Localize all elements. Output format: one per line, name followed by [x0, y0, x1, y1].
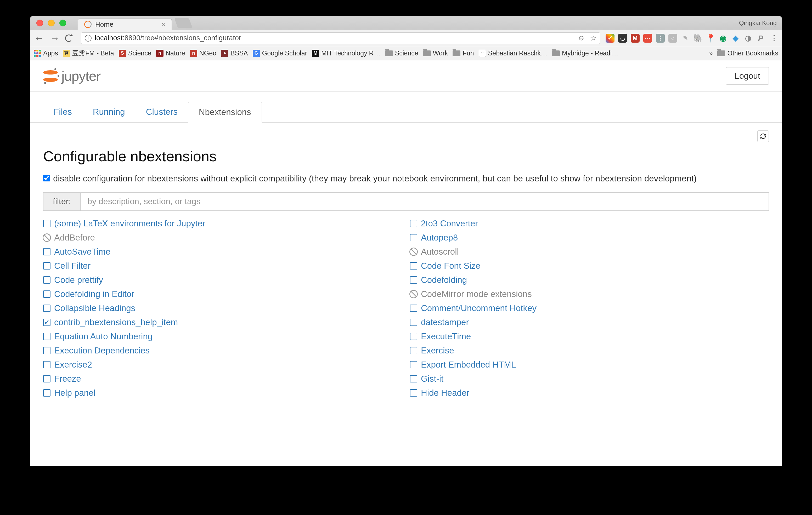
extension-item[interactable]: Help panel: [43, 388, 402, 398]
extension-icon[interactable]: ✎: [681, 34, 690, 42]
extension-item[interactable]: Gist-it: [410, 374, 769, 384]
extension-icon[interactable]: ○: [668, 34, 677, 42]
evernote-icon[interactable]: 🐘: [694, 34, 702, 42]
extension-item[interactable]: 2to3 Converter: [410, 218, 769, 229]
bookmark-overflow-button[interactable]: »: [709, 50, 713, 57]
extension-icon[interactable]: ◑: [744, 34, 753, 42]
tab-running[interactable]: Running: [82, 102, 136, 122]
extension-label: AutoSaveTime: [54, 247, 110, 257]
minimize-window-button[interactable]: [48, 20, 55, 26]
zoom-icon[interactable]: ⊖: [578, 34, 584, 42]
bookmark-item[interactable]: Mybridge - Readi…: [552, 49, 618, 58]
extension-item[interactable]: ExecuteTime: [410, 332, 769, 341]
bookmark-item[interactable]: ●BSSA: [221, 49, 248, 58]
bookmark-item[interactable]: Work: [423, 49, 448, 58]
extension-icon[interactable]: ⋮: [656, 34, 665, 42]
apps-label: Apps: [43, 50, 58, 57]
page-content: jupyter Logout FilesRunningClustersNbext…: [30, 60, 782, 466]
bookmark-favicon-icon: S: [119, 50, 126, 57]
tab-files[interactable]: Files: [43, 102, 82, 122]
extension-item[interactable]: (some) LaTeX environments for Jupyter: [43, 218, 402, 229]
extension-icon[interactable]: ◆: [731, 34, 740, 42]
bookmark-item[interactable]: ~Sebastian Raschk…: [479, 49, 548, 58]
jupyter-logo[interactable]: jupyter: [43, 68, 100, 84]
browser-tab[interactable]: Home ×: [78, 19, 172, 30]
extension-item[interactable]: Equation Auto Numbering: [43, 332, 402, 341]
maximize-window-button[interactable]: [59, 20, 66, 26]
pocket-icon[interactable]: ◡: [618, 34, 627, 42]
extension-item[interactable]: Autoscroll: [410, 247, 769, 257]
bookmark-label: Science: [395, 50, 418, 57]
extension-label: Autoscroll: [421, 247, 459, 257]
extension-item[interactable]: Execution Dependencies: [43, 345, 402, 356]
bookmark-item[interactable]: MMIT Technology R…: [312, 49, 380, 58]
omnibox[interactable]: i localhost:8890/tree#nbextensions_confi…: [81, 32, 600, 44]
extension-item[interactable]: Comment/Uncomment Hotkey: [410, 303, 769, 313]
extensions-grid: (some) LaTeX environments for Jupyter2to…: [43, 218, 769, 398]
extension-item[interactable]: Export Embedded HTML: [410, 360, 769, 370]
extension-icon[interactable]: P: [756, 34, 765, 42]
apps-button[interactable]: Apps: [34, 50, 58, 57]
bookmark-favicon-icon: M: [312, 50, 319, 57]
extension-label: AddBefore: [54, 233, 95, 243]
tab-clusters[interactable]: Clusters: [136, 102, 188, 122]
extension-item[interactable]: Codefolding in Editor: [43, 289, 402, 299]
profile-name[interactable]: Qingkai Kong: [739, 19, 777, 27]
extension-icon[interactable]: ✓: [606, 34, 614, 42]
extension-icon[interactable]: M: [631, 34, 640, 42]
extension-item[interactable]: AutoSaveTime: [43, 247, 402, 257]
bookmark-item[interactable]: nNGeo: [190, 49, 216, 58]
forward-button[interactable]: →: [50, 33, 60, 43]
site-info-icon[interactable]: i: [85, 35, 92, 41]
extension-item[interactable]: Hide Header: [410, 388, 769, 398]
bookmark-item[interactable]: SScience: [119, 49, 151, 58]
tab-nbextensions[interactable]: Nbextensions: [188, 102, 262, 123]
bookmark-item[interactable]: Science: [385, 49, 418, 58]
apps-icon: [34, 50, 41, 57]
bookmark-label: MIT Technology R…: [321, 50, 380, 57]
extension-item[interactable]: Exercise2: [43, 360, 402, 370]
bookmark-star-icon[interactable]: ☆: [590, 34, 597, 42]
extension-item[interactable]: Codefolding: [410, 275, 769, 285]
extension-label: Equation Auto Numbering: [54, 332, 152, 341]
bookmark-favicon-icon: n: [156, 50, 164, 57]
jupyter-header: jupyter Logout: [30, 60, 782, 92]
checkbox-icon: [43, 347, 51, 354]
extension-item[interactable]: Code Font Size: [410, 261, 769, 271]
compat-checkbox[interactable]: [43, 175, 50, 181]
grammarly-icon[interactable]: ◉: [719, 34, 727, 42]
bookmark-item[interactable]: Fun: [453, 49, 474, 58]
extension-item[interactable]: Freeze: [43, 374, 402, 384]
pinterest-icon[interactable]: 📍: [706, 34, 715, 42]
logout-button[interactable]: Logout: [726, 67, 769, 85]
extension-icon[interactable]: ⋯: [643, 34, 652, 42]
new-tab-button[interactable]: [174, 18, 192, 28]
disabled-icon: [410, 291, 417, 298]
refresh-button[interactable]: [757, 130, 769, 142]
extension-item[interactable]: contrib_nbextensions_help_item: [43, 317, 402, 327]
other-bookmarks-folder[interactable]: Other Bookmarks: [717, 50, 778, 57]
extension-item[interactable]: Collapsible Headings: [43, 303, 402, 313]
close-tab-icon[interactable]: ×: [162, 20, 165, 29]
filter-input[interactable]: [81, 193, 768, 210]
bookmark-label: Fun: [463, 50, 474, 57]
back-button[interactable]: ←: [34, 33, 44, 43]
extension-item[interactable]: CodeMirror mode extensions: [410, 289, 769, 299]
close-window-button[interactable]: [36, 20, 43, 26]
checkbox-icon: [43, 375, 51, 383]
extension-item[interactable]: Code prettify: [43, 275, 402, 285]
bookmark-item[interactable]: nNature: [156, 49, 185, 58]
extension-item[interactable]: Autopep8: [410, 233, 769, 243]
extension-item[interactable]: Cell Filter: [43, 261, 402, 271]
bookmark-item[interactable]: 豆豆瓣FM - Beta: [63, 49, 114, 58]
compat-checkbox-row[interactable]: disable configuration for nbextensions w…: [43, 172, 769, 185]
extension-item[interactable]: datestamper: [410, 317, 769, 327]
bookmark-item[interactable]: GGoogle Scholar: [253, 49, 307, 58]
reload-button[interactable]: [65, 34, 76, 42]
extension-label: Export Embedded HTML: [421, 360, 516, 370]
browser-menu-button[interactable]: ⋯: [770, 34, 779, 42]
checkbox-icon: [410, 276, 417, 284]
compat-text: disable configuration for nbextensions w…: [53, 172, 697, 185]
extension-item[interactable]: AddBefore: [43, 233, 402, 243]
extension-item[interactable]: Exercise: [410, 345, 769, 356]
